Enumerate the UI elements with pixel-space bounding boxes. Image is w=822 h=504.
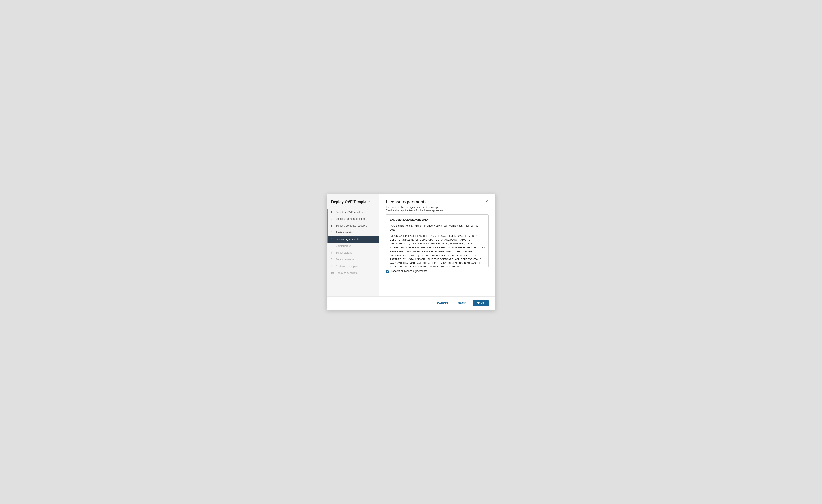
step-label-6: Configuration xyxy=(336,244,351,247)
main-content: License agreements × The end-user licens… xyxy=(379,194,495,296)
step-label-1: Select an OVF template xyxy=(336,211,364,214)
license-subheading: Pure Storage Plugin / Adaptor / Provider… xyxy=(390,224,485,232)
subtitle-line-1: The end-user license agreement must be a… xyxy=(386,206,489,209)
sidebar-title: Deploy OVF Template xyxy=(327,199,379,209)
sidebar-item-2[interactable]: 2 Select a name and folder xyxy=(327,215,379,222)
step-num-5: 5 xyxy=(331,238,335,241)
close-button[interactable]: × xyxy=(485,199,489,203)
step-num-4: 4 xyxy=(331,231,335,234)
step-num-8: 8 xyxy=(331,258,335,261)
sidebar-item-8: 8 Select networks xyxy=(327,256,379,263)
step-label-3: Select a compute resource xyxy=(336,224,367,227)
step-num-1: 1 xyxy=(331,211,335,214)
accept-row: I accept all license agreements. xyxy=(386,270,489,273)
main-header: License agreements × xyxy=(386,199,489,205)
cancel-button[interactable]: CANCEL xyxy=(435,300,451,306)
step-label-5: License agreements xyxy=(336,238,359,241)
sidebar-item-3[interactable]: 3 Select a compute resource xyxy=(327,222,379,229)
step-num-3: 3 xyxy=(331,224,335,227)
step-num-6: 6 xyxy=(331,244,335,247)
accept-checkbox[interactable] xyxy=(386,270,389,273)
license-text-box[interactable]: END USER LICENSE AGREEMENT Pure Storage … xyxy=(386,214,489,267)
step-label-4: Review details xyxy=(336,231,353,234)
step-label-7: Select storage xyxy=(336,251,353,254)
accept-label: I accept all license agreements. xyxy=(391,270,428,273)
deploy-ovf-dialog: Deploy OVF Template 1 Select an OVF temp… xyxy=(327,194,496,310)
back-button[interactable]: BACK xyxy=(454,300,470,306)
sidebar-item-10: 10 Ready to complete xyxy=(327,270,379,276)
step-label-9: Customize template xyxy=(336,265,359,268)
sidebar-item-5[interactable]: 5 License agreements xyxy=(327,236,379,243)
step-num-10: 10 xyxy=(331,271,335,274)
subtitle-line-2: Read and accept the terms for the licens… xyxy=(386,209,489,212)
sidebar-item-6: 6 Configuration xyxy=(327,243,379,249)
sidebar-steps: 1 Select an OVF template2 Select a name … xyxy=(327,209,379,276)
footer: CANCEL BACK NEXT xyxy=(327,296,495,310)
sidebar: Deploy OVF Template 1 Select an OVF temp… xyxy=(327,194,379,296)
step-label-10: Ready to complete xyxy=(336,271,358,274)
step-num-2: 2 xyxy=(331,217,335,220)
dialog-body: Deploy OVF Template 1 Select an OVF temp… xyxy=(327,194,495,296)
sidebar-item-9: 9 Customize template xyxy=(327,263,379,270)
step-label-8: Select networks xyxy=(336,258,354,261)
next-button[interactable]: NEXT xyxy=(472,300,489,306)
license-heading: END USER LICENSE AGREEMENT xyxy=(390,218,430,221)
step-label-2: Select a name and folder xyxy=(336,217,365,220)
main-title: License agreements xyxy=(386,199,427,205)
sidebar-item-1[interactable]: 1 Select an OVF template xyxy=(327,209,379,215)
step-num-9: 9 xyxy=(331,265,335,268)
license-body1: IMPORTANT: PLEASE READ THIS END USER AGR… xyxy=(390,234,485,267)
sidebar-item-7: 7 Select storage xyxy=(327,249,379,256)
step-num-7: 7 xyxy=(331,251,335,254)
sidebar-item-4[interactable]: 4 Review details xyxy=(327,229,379,236)
